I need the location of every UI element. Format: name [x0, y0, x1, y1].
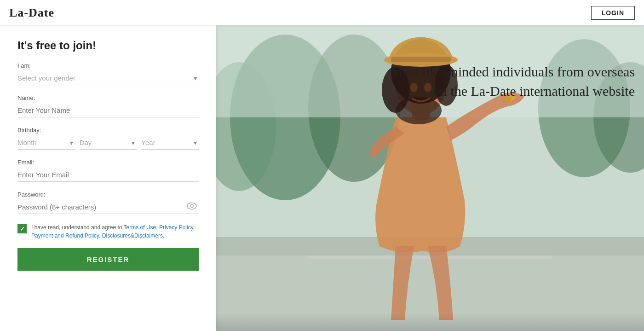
- email-field-group: Email:: [17, 159, 199, 182]
- password-wrapper: [17, 200, 199, 214]
- month-select-wrapper: Month JanuaryFebruaryMarch AprilMayJune …: [17, 136, 75, 150]
- password-input[interactable]: [17, 200, 199, 214]
- name-input[interactable]: [17, 104, 199, 117]
- gender-label: I am:: [17, 62, 199, 69]
- terms-row: I have read, understand and agree to Ter…: [17, 223, 199, 240]
- main-layout: It's free to join! I am: Select your gen…: [0, 0, 644, 331]
- email-label: Email:: [17, 159, 199, 166]
- toggle-password-icon[interactable]: [187, 203, 197, 212]
- header: La-Date LOGIN: [0, 0, 644, 25]
- register-button[interactable]: REGISTER: [17, 248, 199, 271]
- email-input[interactable]: [17, 168, 199, 182]
- password-field-group: Password:: [17, 191, 199, 214]
- name-field-group: Name:: [17, 94, 199, 117]
- tagline-line1: Meet like-minded individuals from overse…: [390, 62, 635, 81]
- birthday-label: Birthday:: [17, 127, 199, 134]
- tagline-line2: on the La-Date international website: [390, 81, 635, 101]
- gender-field-group: I am: Select your gender Man Woman: [17, 62, 199, 85]
- birthday-row: Month JanuaryFebruaryMarch AprilMayJune …: [17, 136, 199, 150]
- photo-panel: Meet like-minded individuals from overse…: [216, 25, 644, 331]
- name-label: Name:: [17, 94, 199, 101]
- day-select[interactable]: Day for(let i=1;i<=31;i++) document.writ…: [80, 136, 137, 150]
- bottom-gradient: [216, 313, 644, 331]
- terms-checkbox[interactable]: [17, 224, 27, 233]
- year-select[interactable]: Year for(let y=new Date().getFullYear();…: [141, 136, 199, 150]
- gender-select-wrapper: Select your gender Man Woman: [17, 71, 199, 85]
- month-select[interactable]: Month JanuaryFebruaryMarch AprilMayJune …: [17, 136, 75, 150]
- terms-text: I have read, understand and agree to Ter…: [31, 223, 199, 240]
- login-button[interactable]: LOGIN: [591, 6, 635, 20]
- svg-point-1: [190, 205, 193, 208]
- form-title: It's free to join!: [17, 39, 199, 52]
- password-label: Password:: [17, 191, 199, 198]
- logo: La-Date: [9, 6, 54, 20]
- registration-form-panel: It's free to join! I am: Select your gen…: [0, 25, 216, 331]
- birthday-field-group: Birthday: Month JanuaryFebruaryMarch Apr…: [17, 127, 199, 150]
- year-select-wrapper: Year for(let y=new Date().getFullYear();…: [141, 136, 199, 150]
- svg-point-0: [187, 203, 196, 209]
- gender-select[interactable]: Select your gender Man Woman: [17, 71, 199, 85]
- tagline: Meet like-minded individuals from overse…: [390, 62, 635, 101]
- day-select-wrapper: Day for(let i=1;i<=31;i++) document.writ…: [80, 136, 137, 150]
